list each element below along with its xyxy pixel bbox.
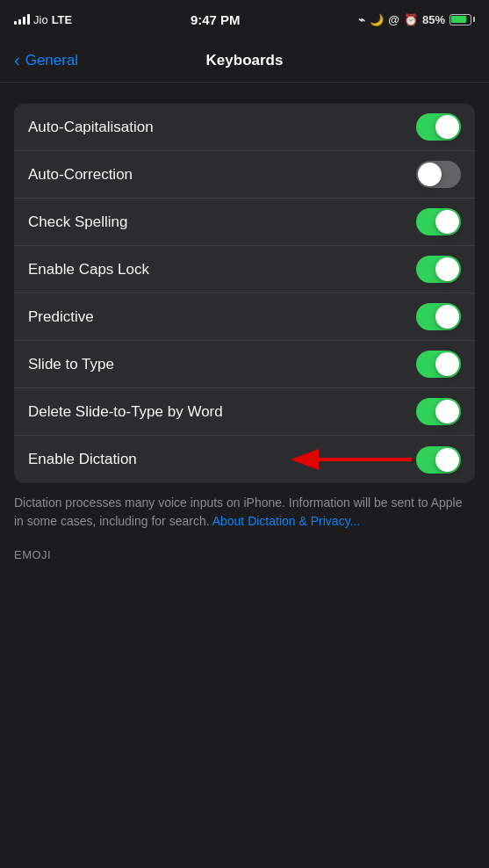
settings-list: Auto-Capitalisation Auto-Correction Chec… bbox=[14, 104, 475, 483]
predictive-label: Predictive bbox=[28, 308, 94, 326]
status-right: ⌁ 🌙 @ ⏰ 85% bbox=[358, 13, 475, 26]
signal-bars bbox=[14, 14, 30, 25]
row-enable-dictation: Enable Dictation bbox=[14, 436, 475, 483]
page-title: Keyboards bbox=[206, 52, 284, 69]
row-auto-capitalisation: Auto-Capitalisation bbox=[14, 104, 475, 151]
annotation-arrow bbox=[280, 442, 421, 477]
footer-description: Dictation processes many voice inputs on… bbox=[14, 494, 475, 531]
battery-percent: 85% bbox=[422, 13, 445, 26]
check-spelling-label: Check Spelling bbox=[28, 213, 127, 231]
lte-badge: LTE bbox=[52, 13, 73, 26]
enable-dictation-toggle[interactable] bbox=[416, 446, 461, 474]
auto-capitalisation-label: Auto-Capitalisation bbox=[28, 119, 154, 136]
enable-dictation-label: Enable Dictation bbox=[28, 451, 137, 468]
row-auto-correction: Auto-Correction bbox=[14, 151, 475, 199]
auto-capitalisation-toggle[interactable] bbox=[416, 113, 461, 141]
row-enable-caps-lock: Enable Caps Lock bbox=[14, 246, 475, 293]
carrier-text: Jio bbox=[33, 13, 48, 26]
check-spelling-toggle[interactable] bbox=[416, 208, 461, 235]
back-label: General bbox=[25, 52, 78, 69]
status-bar: Jio LTE 9:47 PM ⌁ 🌙 @ ⏰ 85% bbox=[0, 0, 489, 39]
battery-indicator bbox=[449, 14, 475, 25]
delete-slide-to-type-toggle[interactable] bbox=[416, 398, 461, 425]
row-predictive: Predictive bbox=[14, 293, 475, 341]
at-icon: @ bbox=[388, 13, 399, 26]
back-button[interactable]: ‹ General bbox=[14, 50, 78, 70]
alarm-icon: ⏰ bbox=[404, 13, 418, 26]
settings-section: Auto-Capitalisation Auto-Correction Chec… bbox=[0, 104, 489, 483]
delete-slide-to-type-label: Delete Slide-to-Type by Word bbox=[28, 403, 223, 421]
predictive-toggle[interactable] bbox=[416, 303, 461, 330]
row-slide-to-type: Slide to Type bbox=[14, 341, 475, 388]
auto-correction-label: Auto-Correction bbox=[28, 166, 133, 184]
moon-icon: 🌙 bbox=[370, 13, 384, 26]
auto-correction-toggle[interactable] bbox=[416, 161, 461, 188]
row-delete-slide-to-type: Delete Slide-to-Type by Word bbox=[14, 388, 475, 436]
status-time: 9:47 PM bbox=[191, 12, 241, 27]
back-chevron-icon: ‹ bbox=[14, 50, 20, 70]
row-check-spelling: Check Spelling bbox=[14, 199, 475, 246]
dictation-privacy-link[interactable]: About Dictation & Privacy... bbox=[212, 514, 361, 528]
enable-caps-lock-toggle[interactable] bbox=[416, 256, 461, 283]
nav-bar: ‹ General Keyboards bbox=[0, 39, 489, 83]
link-icon: ⌁ bbox=[358, 13, 365, 26]
status-left: Jio LTE bbox=[14, 13, 72, 26]
slide-to-type-label: Slide to Type bbox=[28, 356, 114, 373]
bottom-section-label: EMOJI bbox=[14, 548, 475, 561]
enable-caps-lock-label: Enable Caps Lock bbox=[28, 261, 149, 278]
slide-to-type-toggle[interactable] bbox=[416, 351, 461, 378]
